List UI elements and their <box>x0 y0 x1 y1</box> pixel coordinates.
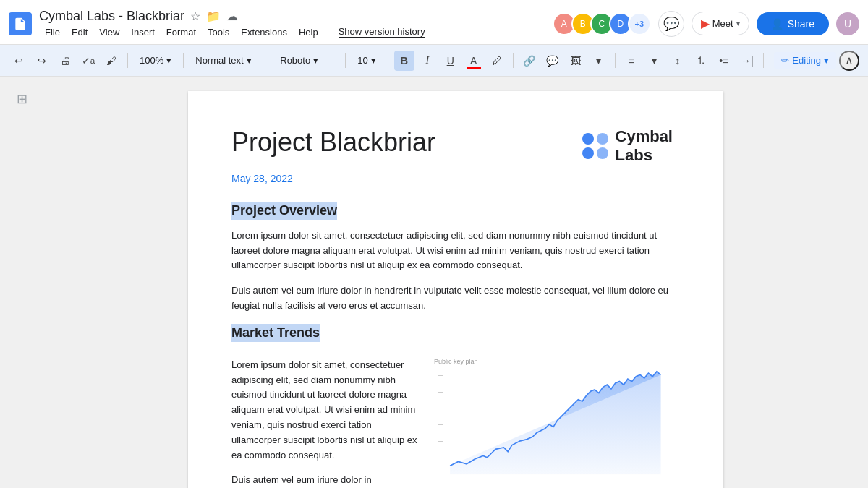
bold-button[interactable]: B <box>394 51 414 71</box>
font-size-value: 10 <box>357 55 367 66</box>
underline-button[interactable]: U <box>441 51 461 71</box>
chart-label: Public key plan <box>434 358 673 365</box>
toolbar-sep-3 <box>268 53 268 68</box>
market-chart: Public key plan — — — — — — <box>434 358 673 474</box>
numbered-list-button[interactable]: ⒈ <box>691 51 711 71</box>
section-market-trends: Market Trends Lorem ipsum dolor sit amet… <box>231 324 673 488</box>
title-icons: ☆ 📁 ☁ <box>190 9 238 23</box>
underline-label: U <box>447 55 454 67</box>
toolbar-sep-6 <box>513 53 514 68</box>
zoom-dropdown[interactable]: 100% ▾ <box>134 51 177 71</box>
outline-icon[interactable]: ⊞ <box>17 91 27 488</box>
spell-check-button[interactable]: ✓a <box>78 51 98 71</box>
menu-format[interactable]: Format <box>161 25 202 39</box>
section2-para2: Duis autem vel eum iriure dolor in <box>231 473 420 488</box>
text-style-value: Normal text <box>195 55 243 66</box>
font-chevron-icon: ▾ <box>313 55 318 66</box>
svg-text:—: — <box>438 371 443 377</box>
document-title[interactable]: Cymbal Labs - Blackbriar <box>39 9 184 24</box>
dot-1 <box>582 133 594 145</box>
editing-chevron-icon: ▾ <box>824 55 829 66</box>
toolbar-sep-1 <box>127 53 128 68</box>
toolbar-sep-5 <box>388 53 388 68</box>
text-style-chevron-icon: ▾ <box>247 55 252 66</box>
doc-icon <box>9 12 32 35</box>
menu-tools[interactable]: Tools <box>202 25 235 39</box>
italic-button[interactable]: I <box>417 51 438 71</box>
extra-avatars-count: +3 <box>628 12 651 35</box>
cymbal-logo: CymbalLabs <box>582 127 673 166</box>
zoom-chevron-icon: ▾ <box>166 55 171 66</box>
editing-mode-button[interactable]: ✏ Editing ▾ <box>774 52 836 69</box>
align-chevron-button[interactable]: ▾ <box>644 51 665 71</box>
meet-label: Meet <box>712 18 733 29</box>
market-text-area: Lorem ipsum dolor sit amet, consectetuer… <box>231 358 420 488</box>
cymbal-brand-name: CymbalLabs <box>616 127 673 166</box>
meet-button[interactable]: ▶ Meet ▾ <box>692 12 749 35</box>
market-section: Lorem ipsum dolor sit amet, consectetuer… <box>231 358 673 488</box>
toolbar-sep-8 <box>763 53 764 68</box>
svg-text:—: — <box>438 421 443 427</box>
document-page-content: Project Blackbriar CymbalLabs <box>188 91 723 488</box>
menu-view[interactable]: View <box>93 25 125 39</box>
toolbar: ↩ ↪ 🖨 ✓a 🖌 100% ▾ Normal text ▾ Roboto ▾… <box>0 45 868 77</box>
menu-file[interactable]: File <box>39 25 66 39</box>
font-family-dropdown[interactable]: Roboto ▾ <box>274 51 339 71</box>
undo-button[interactable]: ↩ <box>9 51 29 71</box>
sidebar-margin: ⊞ <box>0 77 43 488</box>
menu-insert[interactable]: Insert <box>125 25 161 39</box>
title-right: A B C D +3 💬 ▶ Meet ▾ 👤 Share U <box>553 11 859 37</box>
text-color-icon: A <box>470 55 477 67</box>
size-chevron-icon: ▾ <box>371 55 376 66</box>
zoom-value: 100% <box>140 55 163 66</box>
highlight-button[interactable]: 🖊 <box>487 51 507 71</box>
dot-4 <box>597 147 608 159</box>
cloud-icon[interactable]: ☁ <box>226 9 238 23</box>
menu-edit[interactable]: Edit <box>66 25 93 39</box>
print-button[interactable]: 🖨 <box>55 51 75 71</box>
section2-para1: Lorem ipsum dolor sit amet, consectetuer… <box>231 358 420 463</box>
version-history-link[interactable]: Show version history <box>339 26 425 38</box>
menu-help[interactable]: Help <box>293 25 324 39</box>
share-button[interactable]: 👤 Share <box>757 12 829 35</box>
doc-header: Project Blackbriar CymbalLabs <box>231 127 673 166</box>
star-icon[interactable]: ☆ <box>190 9 200 23</box>
user-avatar[interactable]: U <box>836 12 859 35</box>
section1-heading: Project Overview <box>231 202 337 220</box>
menu-extensions[interactable]: Extensions <box>235 25 293 39</box>
paint-format-button[interactable]: 🖌 <box>101 51 122 71</box>
dot-2 <box>597 133 608 145</box>
title-section: Cymbal Labs - Blackbriar ☆ 📁 ☁ File Edit… <box>39 9 553 39</box>
indent-button[interactable]: →| <box>737 51 757 71</box>
insert-image-button[interactable]: 🖼 <box>566 51 586 71</box>
main-area: ⊞ Project Blackbriar <box>0 77 868 488</box>
toolbar-sep-7 <box>615 53 616 68</box>
font-size-dropdown[interactable]: 10 ▾ <box>352 51 381 71</box>
meet-icon: ▶ <box>701 17 710 30</box>
doc-date: May 28, 2022 <box>231 173 673 184</box>
toolbar-sep-2 <box>183 53 184 68</box>
folder-icon[interactable]: 📁 <box>206 9 221 23</box>
redo-button[interactable]: ↪ <box>32 51 52 71</box>
editing-label: Editing <box>792 55 821 66</box>
svg-rect-0 <box>17 24 23 25</box>
text-color-button[interactable]: A <box>464 51 484 71</box>
insert-comment-button[interactable]: 💬 <box>542 51 563 71</box>
bullet-list-button[interactable]: •≡ <box>714 51 734 71</box>
section1-para2: Duis autem vel eum iriure dolor in hendr… <box>231 283 673 314</box>
collapse-toolbar-button[interactable]: ∧ <box>839 51 859 71</box>
share-label: Share <box>788 18 814 30</box>
document-page: Project Blackbriar CymbalLabs <box>43 77 868 488</box>
cymbal-dots <box>582 133 608 159</box>
chat-button[interactable]: 💬 <box>658 11 684 37</box>
line-spacing-button[interactable]: ↕ <box>668 51 688 71</box>
title-bar: Cymbal Labs - Blackbriar ☆ 📁 ☁ File Edit… <box>0 0 868 45</box>
text-style-dropdown[interactable]: Normal text ▾ <box>190 51 262 71</box>
align-button[interactable]: ≡ <box>621 51 642 71</box>
image-chevron-button[interactable]: ▾ <box>589 51 609 71</box>
market-chart-svg: — — — — — — <box>434 367 673 482</box>
font-family-value: Roboto <box>280 55 310 66</box>
section-overview: Project Overview Lorem ipsum dolor sit a… <box>231 202 673 314</box>
collaborator-avatars: A B C D +3 <box>553 12 651 35</box>
insert-link-button[interactable]: 🔗 <box>519 51 540 71</box>
